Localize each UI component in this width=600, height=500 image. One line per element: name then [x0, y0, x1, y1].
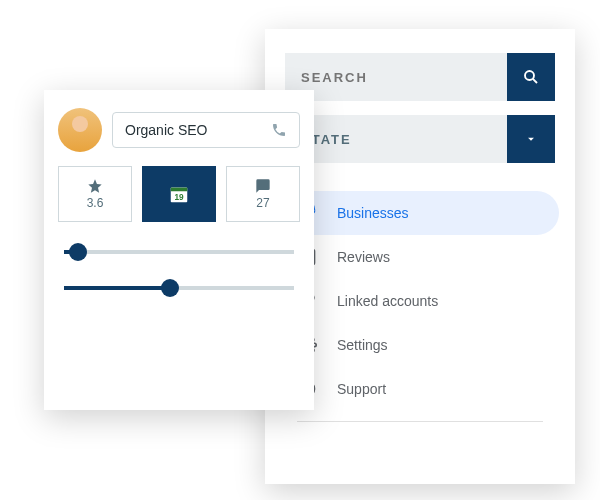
slider-2[interactable] [64, 286, 294, 290]
stat-calendar[interactable]: 19 [142, 166, 216, 222]
chevron-down-icon [524, 132, 538, 146]
svg-text:19: 19 [174, 193, 184, 202]
comment-icon [255, 178, 271, 194]
avatar [58, 108, 102, 152]
menu-item-support[interactable]: Support [281, 367, 559, 411]
menu-item-label: Reviews [337, 249, 390, 265]
state-select[interactable]: STATE [285, 115, 507, 163]
sliders [64, 250, 294, 290]
profile-header: Organic SEO [58, 108, 300, 152]
phone-icon [271, 122, 287, 138]
search-row [285, 53, 555, 101]
profile-card: Organic SEO 3.6 19 27 [44, 90, 314, 410]
main-menu: Businesses Reviews Linked accounts Setti… [281, 191, 559, 422]
stat-rating[interactable]: 3.6 [58, 166, 132, 222]
search-button[interactable] [507, 53, 555, 101]
stat-comments[interactable]: 27 [226, 166, 300, 222]
svg-rect-7 [171, 188, 188, 192]
stats-row: 3.6 19 27 [58, 166, 300, 222]
slider-1[interactable] [64, 250, 294, 254]
menu-separator [297, 421, 543, 422]
profile-title-field[interactable]: Organic SEO [112, 112, 300, 148]
menu-item-reviews[interactable]: Reviews [281, 235, 559, 279]
slider-2-thumb[interactable] [161, 279, 179, 297]
state-row: STATE [285, 115, 555, 163]
menu-item-label: Support [337, 381, 386, 397]
state-dropdown-button[interactable] [507, 115, 555, 163]
menu-item-businesses[interactable]: Businesses [281, 191, 559, 235]
menu-item-linked-accounts[interactable]: Linked accounts [281, 279, 559, 323]
slider-2-fill [64, 286, 170, 290]
menu-item-label: Businesses [337, 205, 409, 221]
menu-item-settings[interactable]: Settings [281, 323, 559, 367]
slider-1-thumb[interactable] [69, 243, 87, 261]
profile-title: Organic SEO [125, 122, 207, 138]
calendar-icon: 19 [168, 183, 190, 205]
menu-item-label: Linked accounts [337, 293, 438, 309]
svg-line-1 [533, 79, 537, 83]
search-icon [522, 68, 540, 86]
stat-rating-value: 3.6 [87, 196, 104, 210]
menu-item-label: Settings [337, 337, 388, 353]
stat-comments-value: 27 [256, 196, 269, 210]
svg-point-0 [525, 71, 534, 80]
search-input[interactable] [285, 53, 507, 101]
star-icon [87, 178, 103, 194]
